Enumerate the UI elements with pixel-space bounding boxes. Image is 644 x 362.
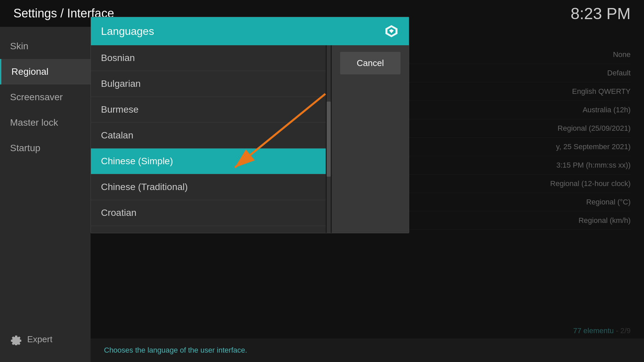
sidebar-item-regional[interactable]: Regional [0, 59, 91, 84]
hint-text: Chooses the language of the user interfa… [104, 346, 247, 355]
list-item-catalan[interactable]: Catalan [91, 123, 326, 148]
sidebar-item-masterlock[interactable]: Master lock [0, 110, 91, 135]
sidebar-item-skin[interactable]: Skin [0, 34, 91, 59]
list-item-bulgarian[interactable]: Bulgarian [91, 71, 326, 97]
languages-dialog: Languages Bosnian Bulgarian Burmese Cata… [91, 17, 409, 233]
cancel-button[interactable]: Cancel [340, 52, 400, 74]
list-item-bosnian[interactable]: Bosnian [91, 45, 326, 71]
dialog-sidebar: Cancel [332, 45, 409, 233]
scrollbar[interactable] [326, 45, 332, 233]
list-item-croatian[interactable]: Croatian [91, 200, 326, 226]
gear-icon [10, 333, 22, 345]
kodi-logo-icon [384, 24, 399, 39]
sidebar-item-startup[interactable]: Startup [0, 135, 91, 161]
bottom-hint: Chooses the language of the user interfa… [91, 339, 644, 362]
clock: 8:23 PM [571, 4, 631, 23]
list-item-burmese[interactable]: Burmese [91, 97, 326, 123]
sidebar: Skin Regional Screensaver Master lock St… [0, 27, 91, 362]
scrollbar-thumb[interactable] [327, 102, 331, 177]
sidebar-item-screensaver[interactable]: Screensaver [0, 84, 91, 110]
expert-button[interactable]: Expert [0, 326, 91, 352]
expert-label: Expert [27, 334, 52, 345]
list-item-czech[interactable]: Czech [91, 226, 326, 233]
dialog-body: Bosnian Bulgarian Burmese Catalan Chines… [91, 45, 409, 233]
dialog-list[interactable]: Bosnian Bulgarian Burmese Catalan Chines… [91, 45, 326, 233]
dialog-title: Languages [101, 25, 154, 38]
list-item-chinese-simple[interactable]: Chinese (Simple) [91, 148, 326, 174]
dialog-header: Languages [91, 17, 409, 45]
list-item-chinese-traditional[interactable]: Chinese (Traditional) [91, 174, 326, 200]
scrollbar-track [327, 45, 331, 233]
